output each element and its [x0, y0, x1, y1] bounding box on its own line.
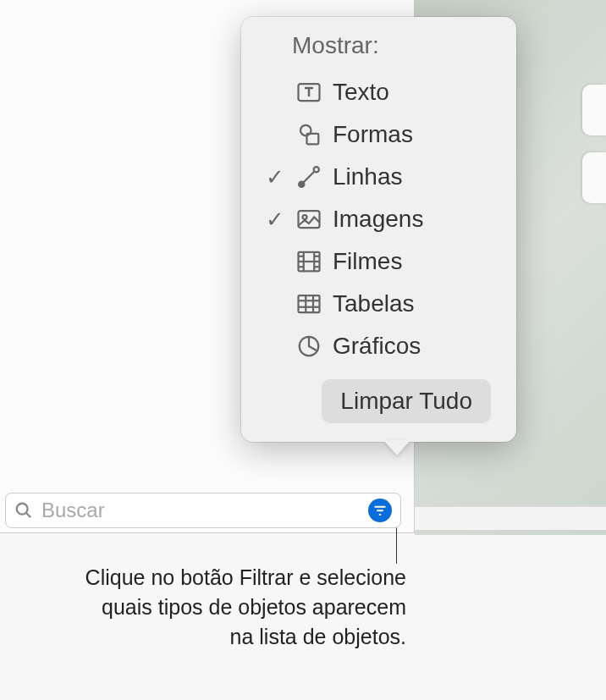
clear-all-button[interactable]: Limpar Tudo — [322, 379, 491, 423]
filter-item-text[interactable]: Texto — [260, 71, 498, 113]
filter-item-label: Filmes — [328, 248, 402, 275]
svg-point-9 — [314, 167, 319, 172]
filter-popover: Mostrar: Texto Formas ✓ — [241, 17, 516, 442]
svg-line-10 — [304, 172, 315, 183]
filter-button[interactable] — [368, 499, 392, 522]
tables-icon — [290, 291, 328, 317]
text-icon — [290, 80, 328, 105]
svg-point-8 — [299, 182, 304, 187]
caption-line: quais tipos de objetos aparecem — [34, 593, 406, 622]
svg-rect-21 — [299, 295, 320, 312]
svg-point-12 — [303, 215, 307, 219]
check-mark: ✓ — [260, 207, 290, 233]
search-icon — [14, 501, 33, 520]
caption-line: na lista de objetos. — [34, 622, 406, 652]
search-input[interactable] — [41, 499, 368, 522]
charts-icon — [290, 333, 328, 359]
filter-item-label: Linhas — [328, 163, 403, 190]
filter-item-label: Imagens — [328, 206, 423, 233]
filter-item-charts[interactable]: Gráficos — [260, 325, 498, 367]
caption-text: Clique no botão Filtrar e selecione quai… — [34, 563, 406, 652]
movies-icon — [290, 249, 328, 274]
scrollbar[interactable] — [415, 506, 606, 530]
images-icon — [290, 207, 328, 232]
filter-item-label: Texto — [328, 79, 389, 106]
callout-line — [396, 525, 397, 564]
filter-item-images[interactable]: ✓ Imagens — [260, 198, 498, 240]
filter-item-lines[interactable]: ✓ Linhas — [260, 156, 498, 198]
caption-line: Clique no botão Filtrar e selecione — [34, 563, 406, 593]
shapes-icon — [290, 122, 328, 147]
svg-line-1 — [26, 513, 31, 518]
side-tab[interactable] — [582, 152, 606, 203]
svg-point-0 — [17, 504, 28, 515]
check-mark: ✓ — [260, 164, 290, 190]
filter-item-label: Formas — [328, 121, 413, 148]
svg-rect-3 — [377, 510, 383, 511]
filter-item-label: Gráficos — [328, 333, 421, 360]
svg-rect-4 — [379, 514, 382, 515]
lines-icon — [290, 164, 328, 190]
svg-rect-2 — [374, 506, 385, 508]
side-tab[interactable] — [582, 85, 606, 135]
popover-title: Mostrar: — [260, 32, 498, 59]
filter-item-movies[interactable]: Filmes — [260, 240, 498, 283]
filter-item-tables[interactable]: Tabelas — [260, 283, 498, 325]
filter-item-shapes[interactable]: Formas — [260, 113, 498, 156]
search-bar — [5, 493, 401, 528]
filter-item-label: Tabelas — [328, 290, 415, 317]
